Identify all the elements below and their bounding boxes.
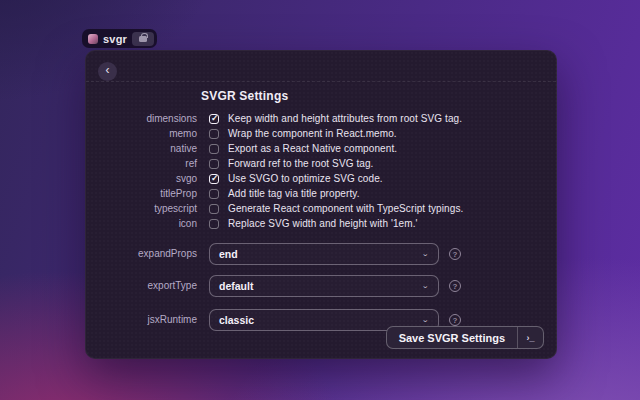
option-key-label: exportType: [86, 280, 197, 292]
back-button[interactable]: ‹: [98, 62, 117, 81]
checkbox-dimensions[interactable]: ✓: [209, 114, 219, 124]
checkbox-row-titleprop: titleProp ✓ Add title tag via title prop…: [86, 186, 556, 201]
page-title: SVGR Settings: [201, 89, 288, 103]
checkbox-icon[interactable]: ✓: [209, 219, 219, 229]
option-key-label: jsxRuntime: [86, 314, 197, 326]
save-svgr-settings-button[interactable]: Save SVGR Settings: [387, 327, 517, 348]
option-key-label: native: [86, 143, 197, 154]
checkbox-row-memo: memo ✓ Wrap the component in React.memo.: [86, 126, 556, 141]
checkbox-row-native: native ✓ Export as a React Native compon…: [86, 141, 556, 156]
save-button-group: Save SVGR Settings ›_: [386, 326, 544, 349]
chevron-down-icon: ⌄: [421, 250, 429, 258]
app-name-label: svgr: [103, 33, 127, 45]
selected-value: default: [219, 280, 253, 292]
checkbox-row-icon: icon ✓ Replace SVG width and height with…: [86, 216, 556, 231]
checkbox-row-ref: ref ✓ Forward ref to the root SVG tag.: [86, 156, 556, 171]
option-key-label: memo: [86, 128, 197, 139]
checkbox-memo[interactable]: ✓: [209, 129, 219, 139]
lock-button[interactable]: [132, 32, 154, 46]
option-description: Forward ref to the root SVG tag.: [228, 158, 374, 169]
svgr-settings-panel: ‹ SVGR Settings dimensions ✓ Keep width …: [85, 50, 557, 359]
option-description: Add title tag via title property.: [228, 188, 360, 199]
svgr-favicon-icon: [88, 34, 98, 44]
option-description: Generate React component with TypeScript…: [228, 203, 463, 214]
selected-value: classic: [219, 314, 254, 326]
header-divider: [86, 81, 556, 82]
expandprops-select[interactable]: end ⌄: [209, 243, 439, 265]
checkbox-row-typescript: typescript ✓ Generate React component wi…: [86, 201, 556, 216]
checkbox-svgo[interactable]: ✓: [209, 174, 219, 184]
terminal-button[interactable]: ›_: [517, 327, 543, 348]
checkbox-ref[interactable]: ✓: [209, 159, 219, 169]
check-icon: ✓: [211, 113, 219, 123]
exporttype-select[interactable]: default ⌄: [209, 275, 439, 297]
option-key-label: typescript: [86, 203, 197, 214]
help-icon[interactable]: ?: [449, 280, 461, 292]
option-key-label: ref: [86, 158, 197, 169]
checkbox-native[interactable]: ✓: [209, 144, 219, 154]
selected-value: end: [219, 248, 238, 260]
option-key-label: icon: [86, 218, 197, 229]
chevron-down-icon: ⌄: [421, 316, 429, 324]
option-description: Export as a React Native component.: [228, 143, 397, 154]
check-icon: ✓: [211, 173, 219, 183]
option-description: Replace SVG width and height with '1em.': [228, 218, 418, 229]
option-description: Wrap the component in React.memo.: [228, 128, 397, 139]
option-key-label: expandProps: [86, 248, 197, 260]
terminal-icon: ›_: [526, 333, 534, 343]
option-key-label: svgo: [86, 173, 197, 184]
help-icon[interactable]: ?: [449, 248, 461, 260]
checkbox-row-dimensions: dimensions ✓ Keep width and height attri…: [86, 111, 556, 126]
lock-icon: [139, 36, 147, 42]
checkbox-typescript[interactable]: ✓: [209, 204, 219, 214]
option-description: Use SVGO to optimize SVG code.: [228, 173, 383, 184]
help-icon[interactable]: ?: [449, 314, 461, 326]
checkbox-titleprop[interactable]: ✓: [209, 189, 219, 199]
browser-tab-pill[interactable]: svgr: [82, 29, 157, 48]
chevron-down-icon: ⌄: [421, 282, 429, 290]
select-row-exporttype: exportType default ⌄ ?: [86, 275, 556, 297]
option-key-label: titleProp: [86, 188, 197, 199]
settings-form: dimensions ✓ Keep width and height attri…: [86, 111, 556, 331]
checkbox-row-svgo: svgo ✓ Use SVGO to optimize SVG code.: [86, 171, 556, 186]
option-key-label: dimensions: [86, 113, 197, 124]
select-row-expandprops: expandProps end ⌄ ?: [86, 243, 556, 265]
option-description: Keep width and height attributes from ro…: [228, 113, 462, 124]
